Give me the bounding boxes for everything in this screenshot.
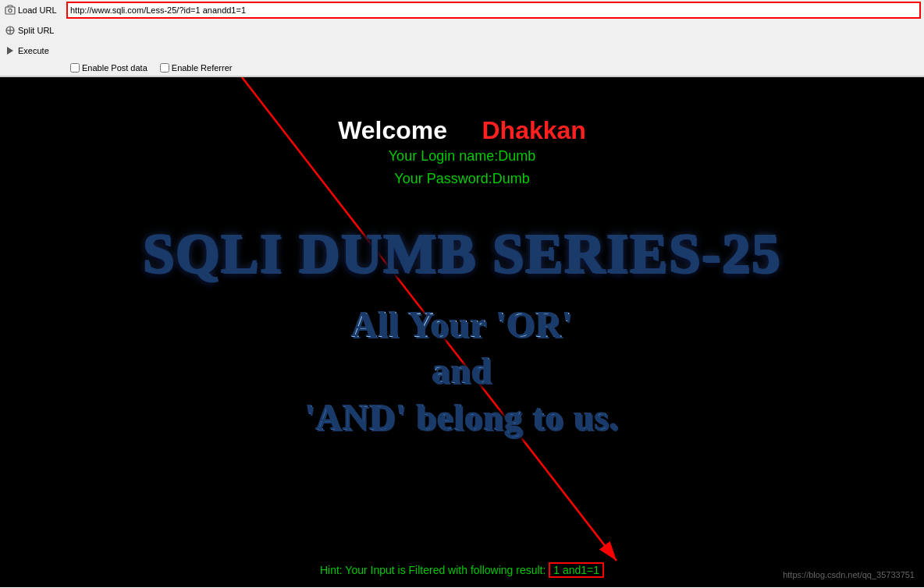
watermark: https://blog.csdn.net/qq_35733751 bbox=[783, 570, 915, 579]
hint-label: Hint: Your Input is Filtered with follow… bbox=[320, 564, 546, 576]
welcome-line: Welcome Dhakkan bbox=[338, 116, 586, 145]
enable-post-checkbox[interactable] bbox=[70, 63, 80, 73]
subtitle-line2: and bbox=[305, 348, 619, 395]
subtitle-line1: All Your 'OR' bbox=[305, 302, 619, 349]
subtitle-line3: 'AND' belong to us. bbox=[305, 395, 619, 441]
subtitle-block: All Your 'OR' and 'AND' belong to us. bbox=[305, 302, 619, 441]
main-content: Welcome Dhakkan Your Login name:Dumb You… bbox=[0, 77, 924, 587]
svg-point-1 bbox=[9, 9, 12, 12]
svg-marker-5 bbox=[7, 47, 13, 55]
load-url-icon bbox=[5, 5, 16, 16]
options-row: Enable Post data Enable Referrer bbox=[0, 61, 924, 76]
login-name: Your Login name:Dumb bbox=[338, 145, 586, 168]
load-url-label: Load URL bbox=[18, 5, 57, 15]
load-url-button[interactable]: Load URL bbox=[0, 3, 66, 17]
url-input-wrapper bbox=[66, 2, 921, 19]
url-input[interactable] bbox=[68, 5, 919, 15]
execute-label: Execute bbox=[18, 46, 49, 55]
welcome-section: Welcome Dhakkan Your Login name:Dumb You… bbox=[338, 116, 586, 190]
sqli-title: SQLI DUMB SERIES-25 bbox=[143, 221, 781, 286]
svg-rect-0 bbox=[5, 7, 15, 14]
enable-referrer-checkbox[interactable] bbox=[160, 63, 169, 73]
toolbar: Load URL Split URL Execute bbox=[0, 0, 924, 77]
enable-post-label[interactable]: Enable Post data bbox=[70, 63, 147, 73]
enable-referrer-label[interactable]: Enable Referrer bbox=[160, 63, 233, 73]
welcome-name: Dhakkan bbox=[482, 116, 585, 144]
login-info: Your Login name:Dumb Your Password:Dumb bbox=[338, 145, 586, 190]
execute-icon bbox=[5, 45, 16, 56]
execute-button[interactable]: Execute bbox=[0, 44, 66, 58]
welcome-text: Welcome bbox=[338, 116, 447, 144]
split-url-button[interactable]: Split URL bbox=[0, 23, 66, 37]
split-url-icon bbox=[5, 25, 16, 36]
split-url-label: Split URL bbox=[18, 26, 54, 35]
password-info: Your Password:Dumb bbox=[338, 168, 586, 190]
hint-value: 1 and1=1 bbox=[549, 562, 604, 578]
